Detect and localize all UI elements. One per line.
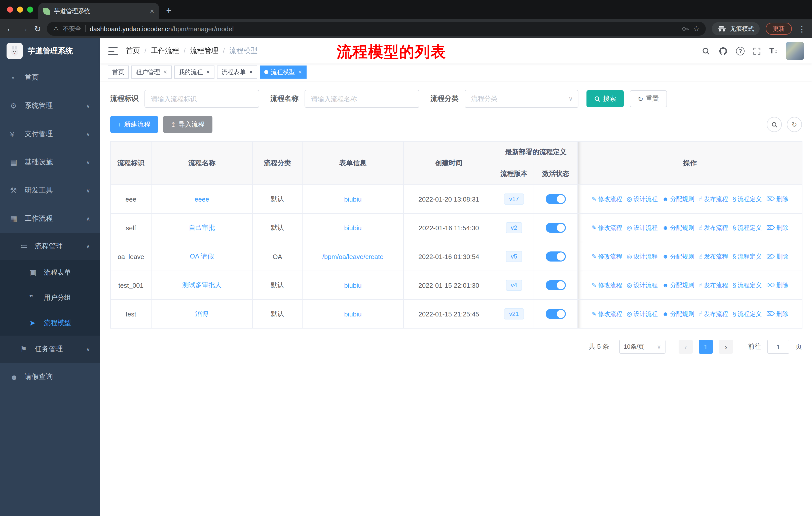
process-name-input[interactable] xyxy=(304,90,419,108)
process-name-link[interactable]: 滔博 xyxy=(195,310,208,318)
assign-action[interactable]: ☻分配规则 xyxy=(662,252,694,261)
modify-action[interactable]: ✎修改流程 xyxy=(591,281,622,290)
definition-action[interactable]: §流程定义 xyxy=(733,252,762,261)
forward-icon[interactable]: → xyxy=(20,24,28,33)
active-toggle[interactable] xyxy=(546,194,566,204)
process-name-link[interactable]: 自己审批 xyxy=(189,224,215,231)
modify-action[interactable]: ✎修改流程 xyxy=(591,223,622,232)
search-button[interactable]: 搜索 xyxy=(586,90,624,107)
design-action[interactable]: ◎设计流程 xyxy=(627,223,658,232)
sidebar-item-process-form[interactable]: ▣流程表单 xyxy=(0,260,100,285)
publish-action[interactable]: ☝发布流程 xyxy=(699,252,728,261)
publish-action[interactable]: ☝发布流程 xyxy=(699,223,728,232)
sidebar-item-workflow[interactable]: ▦工作流程∧ xyxy=(0,205,100,233)
design-action[interactable]: ◎设计流程 xyxy=(627,310,658,318)
form-link[interactable]: biubiu xyxy=(344,310,361,318)
process-name-link[interactable]: OA 请假 xyxy=(190,252,214,260)
refresh-table-button[interactable]: ↻ xyxy=(787,117,802,132)
assign-action[interactable]: ☻分配规则 xyxy=(662,223,694,232)
sidebar-item-user-group[interactable]: ❞用户分组 xyxy=(0,285,100,310)
form-link[interactable]: biubiu xyxy=(344,195,361,203)
import-process-button[interactable]: ↥ 导入流程 xyxy=(163,116,212,133)
breadcrumb-item[interactable]: 工作流程 xyxy=(151,46,190,55)
active-toggle[interactable] xyxy=(546,251,566,262)
delete-action[interactable]: ⌦删除 xyxy=(766,310,788,318)
bookmark-star-icon[interactable]: ☆ xyxy=(693,24,700,33)
zoom-window-button[interactable] xyxy=(27,6,33,12)
process-id-input[interactable] xyxy=(144,90,259,108)
prev-page-button[interactable]: ‹ xyxy=(678,340,693,354)
close-window-button[interactable] xyxy=(7,6,13,12)
design-action[interactable]: ◎设计流程 xyxy=(627,252,658,261)
sidebar-item-leave-query[interactable]: ☻请假查询 xyxy=(0,363,100,391)
next-page-button[interactable]: › xyxy=(719,340,733,354)
modify-action[interactable]: ✎修改流程 xyxy=(591,310,622,318)
tag-process-model[interactable]: 流程模型× xyxy=(260,65,307,79)
key-icon[interactable] xyxy=(682,25,689,32)
active-toggle[interactable] xyxy=(546,309,566,319)
form-link[interactable]: /bpm/oa/leave/create xyxy=(322,253,384,260)
definition-action[interactable]: §流程定义 xyxy=(733,195,762,203)
design-action[interactable]: ◎设计流程 xyxy=(627,281,658,290)
active-toggle[interactable] xyxy=(546,223,566,233)
modify-action[interactable]: ✎修改流程 xyxy=(591,252,622,261)
menu-fold-icon[interactable] xyxy=(108,47,118,55)
assign-action[interactable]: ☻分配规则 xyxy=(662,281,694,290)
close-icon[interactable]: × xyxy=(249,69,253,76)
form-link[interactable]: biubiu xyxy=(344,281,361,289)
minimize-window-button[interactable] xyxy=(17,6,23,12)
definition-action[interactable]: §流程定义 xyxy=(733,310,762,318)
publish-action[interactable]: ☝发布流程 xyxy=(699,195,728,203)
sidebar-item-process-model[interactable]: ➤流程模型 xyxy=(0,310,100,335)
sidebar-item-dev-tools[interactable]: ⚒研发工具∨ xyxy=(0,176,100,205)
search-icon[interactable] xyxy=(702,47,710,55)
delete-action[interactable]: ⌦删除 xyxy=(766,195,788,203)
user-avatar[interactable] xyxy=(786,42,804,60)
goto-page-input[interactable] xyxy=(767,340,789,354)
tag-process-form[interactable]: 流程表单× xyxy=(217,65,257,79)
reset-button[interactable]: ↻ 重置 xyxy=(630,90,667,107)
tab-close-icon[interactable]: × xyxy=(150,7,154,15)
publish-action[interactable]: ☝发布流程 xyxy=(699,310,728,318)
browser-tab[interactable]: 芋道管理系统 × xyxy=(38,3,159,19)
back-icon[interactable]: ← xyxy=(6,24,14,33)
modify-action[interactable]: ✎修改流程 xyxy=(591,195,622,203)
form-link[interactable]: biubiu xyxy=(344,224,361,232)
show-search-button[interactable] xyxy=(767,117,782,132)
github-icon[interactable] xyxy=(719,47,727,55)
delete-action[interactable]: ⌦删除 xyxy=(766,281,788,290)
breadcrumb-item[interactable]: 流程管理 xyxy=(190,46,230,55)
process-name-link[interactable]: 测试多审批人 xyxy=(182,281,222,289)
page-size-select[interactable]: 10条/页 ∨ xyxy=(619,340,666,354)
tag-tenant-management[interactable]: 租户管理× xyxy=(132,65,172,79)
publish-action[interactable]: ☝发布流程 xyxy=(699,281,728,290)
tag-my-process[interactable]: 我的流程× xyxy=(174,65,214,79)
sidebar-item-payment-management[interactable]: ¥支付管理∨ xyxy=(0,120,100,148)
process-name-link[interactable]: eeee xyxy=(195,195,209,203)
sidebar-item-system-management[interactable]: ⚙系统管理∨ xyxy=(0,92,100,120)
definition-action[interactable]: §流程定义 xyxy=(733,223,762,232)
sidebar-item-task-management[interactable]: ⚑任务管理∨ xyxy=(0,335,100,363)
update-button[interactable]: 更新 xyxy=(766,23,792,35)
sidebar-item-process-management[interactable]: ≔流程管理∧ xyxy=(0,233,100,260)
delete-action[interactable]: ⌦删除 xyxy=(766,223,788,232)
close-icon[interactable]: × xyxy=(206,69,210,76)
design-action[interactable]: ◎设计流程 xyxy=(627,195,658,203)
url-bar[interactable]: ⚠ 不安全 dashboard.yudao.iocoder.cn/bpm/man… xyxy=(47,22,706,36)
help-icon[interactable]: ? xyxy=(736,47,745,55)
security-label[interactable]: 不安全 xyxy=(63,24,81,33)
delete-action[interactable]: ⌦删除 xyxy=(766,252,788,261)
active-toggle[interactable] xyxy=(546,280,566,290)
new-tab-button[interactable]: + xyxy=(166,5,171,16)
assign-action[interactable]: ☻分配规则 xyxy=(662,195,694,203)
reload-icon[interactable]: ↻ xyxy=(34,24,41,33)
tag-home[interactable]: 首页 xyxy=(108,65,129,79)
definition-action[interactable]: §流程定义 xyxy=(733,281,762,290)
page-1-button[interactable]: 1 xyxy=(699,340,713,354)
create-process-button[interactable]: + 新建流程 xyxy=(110,116,158,133)
browser-menu-icon[interactable]: ⋮ xyxy=(798,24,806,33)
breadcrumb-item[interactable]: 首页 xyxy=(126,46,151,55)
close-icon[interactable]: × xyxy=(164,69,167,76)
sidebar-item-infrastructure[interactable]: ▤基础设施∨ xyxy=(0,148,100,176)
fullscreen-icon[interactable] xyxy=(753,47,761,55)
